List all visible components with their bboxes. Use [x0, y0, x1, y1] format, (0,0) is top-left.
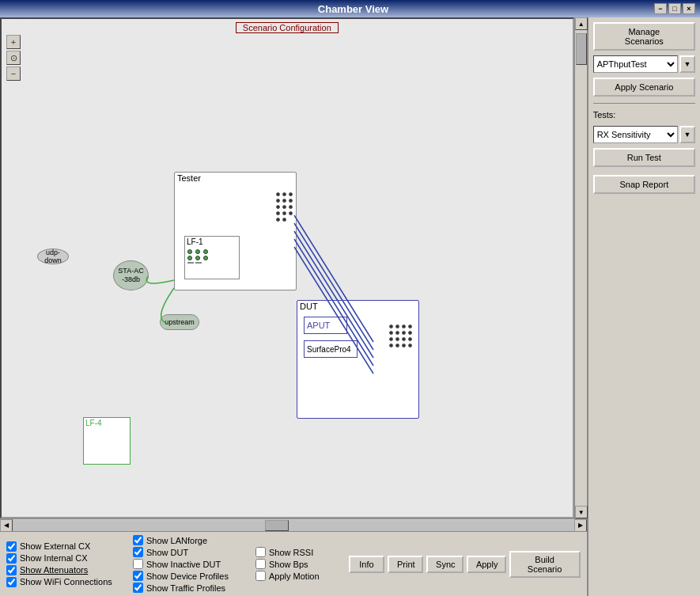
show-rssi-text: Show RSSI	[269, 548, 313, 557]
aput-label[interactable]: APUT	[304, 317, 347, 334]
snap-report-button[interactable]: Snap Report	[593, 175, 695, 194]
show-dut-label[interactable]: Show DUT	[133, 547, 255, 557]
divider-1	[593, 103, 695, 104]
apply-motion-text: Apply Motion	[269, 571, 320, 581]
scroll-right-arrow[interactable]: ▶	[574, 519, 587, 532]
show-device-profiles-text: Show Device Profiles	[146, 571, 229, 581]
test-select[interactable]: RX Sensitivity	[593, 126, 678, 143]
show-inactive-dut-label[interactable]: Show Inactive DUT	[133, 559, 255, 569]
tests-label: Tests:	[593, 110, 695, 120]
apply-scenario-button[interactable]: Apply Scenario	[593, 78, 695, 97]
show-lanforge-label[interactable]: Show LANforge	[133, 535, 255, 545]
show-rssi-label[interactable]: Show RSSI	[255, 547, 342, 557]
show-bps-label[interactable]: Show Bps	[255, 559, 342, 569]
show-internal-cx-label[interactable]: Show Internal CX	[6, 553, 133, 564]
dut-ports	[389, 325, 412, 347]
title-bar: Chamber View − □ ×	[0, 0, 700, 17]
show-attenuators-label[interactable]: Show Attenuators	[6, 565, 133, 575]
show-device-profiles-label[interactable]: Show Device Profiles	[133, 571, 255, 581]
test-dropdown-arrow[interactable]: ▼	[679, 126, 695, 143]
show-external-cx-label[interactable]: Show External CX	[6, 541, 133, 552]
show-attenuators-checkbox[interactable]	[6, 565, 17, 575]
scenario-select-row: APThputTest ▼	[593, 55, 695, 73]
checkbox-col1: Show External CX Show Internal CX Show A…	[6, 541, 133, 587]
show-attenuators-text: Show Attenuators	[20, 565, 88, 575]
show-bps-text: Show Bps	[269, 560, 308, 569]
show-device-profiles-checkbox[interactable]	[133, 571, 143, 581]
right-scrollbar[interactable]: ▲ ▼	[574, 17, 587, 518]
right-panel: Manage Scenarios APThputTest ▼ Apply Sce…	[588, 17, 700, 596]
tester-ports	[276, 192, 293, 222]
apply-button[interactable]: Apply	[467, 556, 506, 573]
tester-title: Tester	[175, 173, 296, 184]
show-lanforge-checkbox[interactable]	[133, 535, 143, 545]
show-wifi-connections-text: Show WiFi Connections	[20, 577, 112, 587]
surfacepro-label[interactable]: SurfacePro4	[304, 340, 358, 358]
build-scenario-button[interactable]: Build Scenario	[509, 551, 581, 578]
udp-down-node[interactable]: udp-down	[37, 249, 69, 264]
h-scroll-track[interactable]	[13, 520, 574, 531]
bottom-controls: Show External CX Show Internal CX Show A…	[0, 531, 587, 596]
scroll-thumb[interactable]	[576, 33, 587, 65]
main-container: Scenario Configuration + ⊙ − udp-down ST…	[0, 17, 700, 596]
show-traffic-profiles-checkbox[interactable]	[133, 583, 143, 593]
scenario-dropdown-arrow[interactable]: ▼	[679, 55, 695, 73]
upstream-label: upstream	[165, 318, 195, 326]
show-external-cx-text: Show External CX	[20, 541, 90, 551]
checkbox-col3: Show RSSI Show Bps Apply Motion	[255, 547, 342, 581]
show-dut-checkbox[interactable]	[133, 547, 143, 557]
show-traffic-profiles-label[interactable]: Show Traffic Profiles	[133, 583, 255, 593]
info-button[interactable]: Info	[349, 556, 384, 573]
show-bps-checkbox[interactable]	[255, 559, 266, 569]
scenario-select[interactable]: APThputTest	[593, 55, 678, 73]
maximize-button[interactable]: □	[668, 3, 681, 14]
test-select-row: RX Sensitivity ▼	[593, 126, 695, 143]
show-rssi-checkbox[interactable]	[255, 547, 266, 557]
lf4-box[interactable]: LF-4	[83, 417, 131, 465]
show-lanforge-text: Show LANforge	[146, 536, 207, 545]
lf4-title: LF-4	[84, 418, 130, 428]
show-dut-text: Show DUT	[146, 548, 188, 557]
dut-box[interactable]: DUT APUT SurfacePro4	[297, 300, 419, 419]
minimize-button[interactable]: −	[654, 3, 667, 14]
window-title: Chamber View	[318, 3, 388, 15]
apply-motion-checkbox[interactable]	[255, 571, 266, 581]
sta-ac-node[interactable]: STA-AC-38db	[113, 260, 149, 290]
canvas-area[interactable]: Scenario Configuration + ⊙ − udp-down ST…	[0, 17, 574, 518]
manage-scenarios-button[interactable]: Manage Scenarios	[593, 22, 695, 51]
lf1-dots	[185, 247, 239, 266]
tester-box[interactable]: Tester LF-1	[174, 172, 297, 290]
scroll-down-arrow[interactable]: ▼	[575, 506, 588, 518]
show-internal-cx-text: Show Internal CX	[20, 553, 88, 563]
apply-motion-label[interactable]: Apply Motion	[255, 571, 342, 581]
print-button[interactable]: Print	[388, 556, 423, 573]
dut-title: DUT	[297, 301, 418, 312]
sta-ac-label: STA-AC-38db	[118, 267, 143, 284]
sync-button[interactable]: Sync	[426, 556, 464, 573]
scroll-left-arrow[interactable]: ◀	[0, 519, 13, 532]
close-button[interactable]: ×	[683, 3, 695, 14]
left-panel: Scenario Configuration + ⊙ − udp-down ST…	[0, 17, 588, 596]
action-buttons: Info Print Sync Apply Build Scenario	[349, 551, 581, 578]
bottom-scrollbar[interactable]: ◀ ▶	[0, 518, 587, 531]
show-internal-cx-checkbox[interactable]	[6, 553, 17, 564]
show-wifi-connections-checkbox[interactable]	[6, 577, 17, 587]
udp-down-label: udp-down	[38, 249, 68, 264]
scroll-up-arrow[interactable]: ▲	[575, 17, 588, 30]
run-test-button[interactable]: Run Test	[593, 148, 695, 167]
h-scroll-thumb[interactable]	[265, 520, 289, 531]
checkbox-col2: Show LANforge Show DUT Show Inactive DUT…	[133, 535, 255, 593]
show-traffic-profiles-text: Show Traffic Profiles	[146, 583, 225, 593]
lf1-box[interactable]: LF-1	[184, 236, 240, 279]
canvas-content: udp-down STA-AC-38db upstream Tester	[2, 19, 573, 517]
show-wifi-connections-label[interactable]: Show WiFi Connections	[6, 577, 133, 587]
window-controls: − □ ×	[654, 3, 695, 14]
canvas-section: Scenario Configuration + ⊙ − udp-down ST…	[0, 17, 587, 518]
show-inactive-dut-text: Show Inactive DUT	[146, 560, 221, 569]
controls-row: Show External CX Show Internal CX Show A…	[6, 535, 581, 593]
show-inactive-dut-checkbox[interactable]	[133, 559, 143, 569]
lf1-title: LF-1	[185, 237, 239, 247]
upstream-node[interactable]: upstream	[160, 314, 199, 330]
show-external-cx-checkbox[interactable]	[6, 541, 17, 552]
